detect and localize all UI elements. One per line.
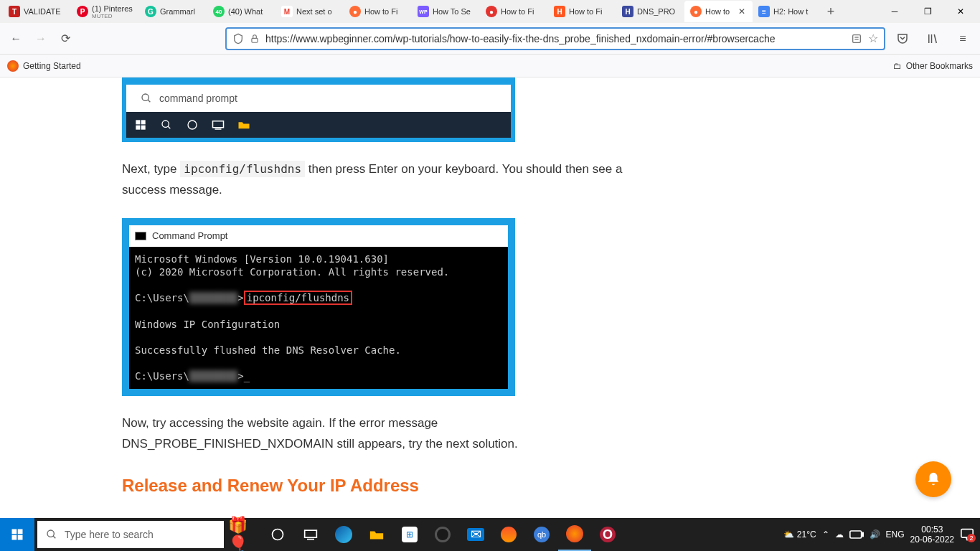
forward-button[interactable]: → xyxy=(32,29,50,49)
browser-nav-bar: ← → ⟳ ☆ ≡ xyxy=(0,23,980,55)
start-button[interactable] xyxy=(0,518,34,551)
favicon: ● xyxy=(486,6,497,17)
browser-tab-strip: TVALIDATE P(1) PinteresMUTED GGrammarl 4… xyxy=(0,0,980,23)
favicon: G xyxy=(145,6,156,17)
action-center-icon[interactable]: 2 xyxy=(960,528,974,541)
notification-bell-button[interactable] xyxy=(915,461,951,497)
taskbar-search[interactable]: Type here to search xyxy=(37,521,224,548)
volume-icon[interactable]: 🔊 xyxy=(870,529,880,540)
tab-docs[interactable]: ≡H2: How t xyxy=(753,1,821,22)
reader-mode-icon[interactable] xyxy=(851,33,862,44)
page-viewport[interactable]: command prompt Next, type ipconfig/flush… xyxy=(0,77,980,518)
taskbar-app-explorer[interactable] xyxy=(360,518,393,551)
url-bar[interactable]: ☆ xyxy=(225,27,885,50)
windows-taskbar: Type here to search 🎁🎈 ⊞ ✉ qb O ⛅ 21°C ⌃… xyxy=(0,518,980,551)
svg-rect-18 xyxy=(12,529,17,534)
taskview-icon[interactable] xyxy=(294,518,327,551)
tab-howtofi-3[interactable]: HHow to Fi xyxy=(548,1,616,22)
back-button[interactable]: ← xyxy=(7,29,25,49)
tab-label: (40) What xyxy=(228,7,270,16)
svg-rect-20 xyxy=(12,535,17,540)
language-indicator[interactable]: ENG xyxy=(886,529,905,540)
search-placeholder: Type here to search xyxy=(65,529,154,540)
tab-sublabel: MUTED xyxy=(92,13,133,19)
cmd-icon xyxy=(135,232,146,240)
taskbar-app-edge[interactable] xyxy=(327,518,360,551)
tab-howtose[interactable]: WPHow To Se xyxy=(412,1,480,22)
pocket-icon[interactable] xyxy=(892,29,913,49)
tab-label: Next set o xyxy=(296,7,338,16)
battery-icon[interactable] xyxy=(849,530,864,539)
onedrive-icon[interactable]: ☁ xyxy=(835,529,844,540)
menu-icon[interactable]: ≡ xyxy=(953,29,973,49)
url-input[interactable] xyxy=(265,33,845,44)
taskbar-app-firefox[interactable] xyxy=(558,518,591,551)
taskbar-app-opera2[interactable]: O xyxy=(591,518,624,551)
tab-howto-active[interactable]: ●How to✕ xyxy=(684,1,753,22)
bookmark-getting-started[interactable]: Getting Started xyxy=(7,60,81,72)
bookmark-label: Other Bookmarks xyxy=(906,61,973,71)
screenshot-windows-search: command prompt xyxy=(122,77,515,142)
search-icon xyxy=(159,118,174,132)
svg-line-8 xyxy=(148,100,150,102)
bookmark-star-icon[interactable]: ☆ xyxy=(868,32,878,45)
svg-rect-25 xyxy=(305,530,317,537)
taskbar-app-mail[interactable]: ✉ xyxy=(459,518,492,551)
taskbar-app-qbit[interactable]: qb xyxy=(525,518,558,551)
svg-point-24 xyxy=(273,529,283,540)
taskbar-app-opera[interactable] xyxy=(426,518,459,551)
explorer-icon xyxy=(237,118,251,132)
tray-expand-icon[interactable]: ⌃ xyxy=(822,529,829,540)
svg-point-7 xyxy=(142,94,149,100)
tab-label: Grammarl xyxy=(160,7,202,16)
cmd-output: Microsoft Windows [Version 10.0.19041.63… xyxy=(129,247,508,389)
library-icon[interactable] xyxy=(923,29,943,49)
search-icon xyxy=(141,93,152,104)
taskbar-app-brave[interactable] xyxy=(492,518,525,551)
cortana-icon[interactable] xyxy=(261,518,294,551)
tab-howtofi-2[interactable]: ●How to Fi xyxy=(480,1,548,22)
weather-widget[interactable]: ⛅ 21°C xyxy=(783,529,816,540)
close-window-button[interactable]: ✕ xyxy=(944,1,977,22)
favicon: M xyxy=(281,6,293,17)
reload-button[interactable]: ⟳ xyxy=(57,29,75,49)
favicon: H xyxy=(622,6,633,17)
taskbar-clock[interactable]: 00:53 20-06-2022 xyxy=(910,524,954,545)
tab-validate[interactable]: TVALIDATE xyxy=(3,1,71,22)
screenshot-command-prompt: Command Prompt Microsoft Windows [Versio… xyxy=(122,218,515,396)
new-tab-button[interactable]: + xyxy=(821,4,841,19)
bookmark-bar: Getting Started 🗀 Other Bookmarks xyxy=(0,55,980,77)
section-heading: Release and Renew Your IP Address xyxy=(122,476,639,496)
cortana-icon xyxy=(185,118,199,132)
system-tray: ⛅ 21°C ⌃ ☁ 🔊 ENG 00:53 20-06-2022 2 xyxy=(783,524,980,545)
svg-rect-27 xyxy=(849,531,861,538)
close-tab-icon[interactable]: ✕ xyxy=(738,6,747,17)
taskbar-app-store[interactable]: ⊞ xyxy=(393,518,426,551)
bookmark-label: Getting Started xyxy=(23,61,81,71)
tab-label: VALIDATE xyxy=(24,7,65,16)
tab-howtofi-1[interactable]: ●How to Fi xyxy=(344,1,412,22)
maximize-button[interactable]: ❐ xyxy=(911,1,944,22)
tab-whatsapp[interactable]: 40(40) What xyxy=(207,1,275,22)
tab-pinterest[interactable]: P(1) PinteresMUTED xyxy=(71,1,139,22)
favicon: ● xyxy=(690,6,702,17)
search-icon xyxy=(46,529,57,540)
taskbar-decoration: 🎁🎈 xyxy=(228,518,261,551)
svg-rect-12 xyxy=(141,126,146,130)
tab-dnspro[interactable]: HDNS_PRO xyxy=(616,1,684,22)
tab-label: How to Fi xyxy=(569,7,611,16)
tab-label: H2: How t xyxy=(773,7,815,16)
tab-label: (1) Pinteres xyxy=(92,4,133,13)
window-controls: ─ ❐ ✕ xyxy=(878,1,977,22)
lock-icon[interactable] xyxy=(250,34,260,44)
minimize-button[interactable]: ─ xyxy=(878,1,911,22)
svg-line-6 xyxy=(934,34,936,43)
favicon: T xyxy=(9,6,20,17)
shield-icon[interactable] xyxy=(232,33,244,44)
svg-rect-28 xyxy=(862,533,863,537)
tab-grammarly[interactable]: GGrammarl xyxy=(139,1,207,22)
tab-label: How to xyxy=(705,7,735,16)
svg-line-23 xyxy=(53,536,55,538)
bookmark-other[interactable]: 🗀 Other Bookmarks xyxy=(893,61,973,71)
tab-gmail[interactable]: MNext set o xyxy=(275,1,344,22)
